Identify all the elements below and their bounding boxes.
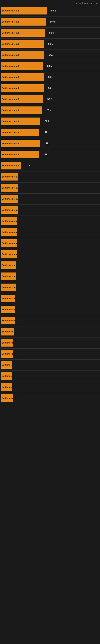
bar-label: Bottleneck result [1,231,19,233]
bar: Bottleneck res [1,394,13,402]
bar-label: Bottleneck result [1,220,19,222]
bar-label: Bottleneck result [1,264,19,266]
table-row: Bottleneck result52. [0,138,100,149]
table-row: Bottleneck re [0,382,100,392]
bar-wrapper: Bottleneck result54.5 [1,29,45,37]
bar-label: Bottleneck result [1,142,19,145]
table-row: Bottleneck res [0,393,100,403]
bar-value: 51. [44,153,48,156]
bar-wrapper: Bottleneck resul [1,328,14,336]
bar-label: Bottleneck re [1,342,16,344]
table-row: Bottleneck result [0,271,100,282]
table-row: Bottleneck result [0,238,100,248]
bar-wrapper: Bottleneck result [1,184,18,192]
bar: Bottleneck result [1,84,44,92]
site-header: TheBottlenecker.com [0,0,100,6]
bar-wrapper: Bottleneck result [1,306,15,313]
table-row: Bottleneck result54.3 [0,50,100,60]
table-row: Bottleneck re [0,338,100,348]
bar: Bottleneck result [1,195,18,203]
bar-value: 51. [44,131,48,134]
bar-wrapper: Bottleneck res [1,350,13,358]
bar-wrapper: Bottleneck resul [1,295,15,302]
bar-value: 55.2 [51,9,56,12]
table-row: Bottleneck res [0,348,100,359]
table-row: Bottleneck result [0,249,100,260]
bar: Bottleneck re [1,372,12,380]
bar: Bottleneck result [1,317,15,324]
bar-label: Bottleneck result [1,43,19,45]
bar-wrapper: Bottleneck result [1,250,17,258]
table-row: Bottleneck re [0,371,100,381]
bar-label: Bottleneck result [1,98,19,100]
bar: Bottleneck result [1,250,17,258]
bar-value: 53.4 [47,109,51,112]
bar-wrapper: Bottleneck result [1,173,18,180]
bar-wrapper: Bottleneck res [1,394,13,402]
bar-label: Bottleneck result [1,54,19,56]
bar: Bottleneck re [1,383,12,391]
table-row: Bottleneck result54.1 [0,72,100,82]
table-row: Bottleneck result53.4 [0,105,100,116]
bar: Bottleneck re [1,361,12,369]
bar-label: Bottleneck result [1,209,19,211]
bar: Bottleneck result [1,73,44,81]
bar: Bottleneck result [1,106,42,114]
bar-label: Bottleneck result [1,87,19,89]
bar: Bottleneck result [1,206,18,214]
bar-label: Bottleneck result [1,65,19,67]
bar-wrapper: Bottleneck result [1,206,18,214]
bar-wrapper: Bottleneck result4 [1,162,21,170]
bar-wrapper: Bottleneck result55% [1,18,46,26]
bar-value: 53.7 [48,98,52,100]
bar-wrapper: Bottleneck result [1,262,16,269]
bar-value: 54.3 [49,54,53,56]
bar-label: Bottleneck res [1,352,17,355]
bar-label: Bottleneck result [1,242,19,244]
bar-label: Bottleneck re [1,386,16,388]
table-row: Bottleneck result4 [0,160,100,171]
bar: Bottleneck result [1,239,17,247]
bar: Bottleneck result [1,184,18,192]
bar-wrapper: Bottleneck re [1,361,12,369]
bar: Bottleneck result [1,51,44,59]
bar-label: Bottleneck result [1,10,19,12]
bar: Bottleneck result [1,140,40,147]
bar-label: Bottleneck result [1,253,19,256]
table-row: Bottleneck re [0,360,100,370]
bar: Bottleneck result [1,272,16,280]
bar: Bottleneck re [1,339,13,346]
bar: Bottleneck result [1,173,18,180]
table-row: Bottleneck result [0,172,100,182]
bar-label: Bottleneck result [1,164,19,167]
bar-label: Bottleneck result [1,120,19,122]
bar-label: Bottleneck result [1,176,19,178]
bar: Bottleneck result [1,7,47,14]
bar: Bottleneck result [1,40,44,48]
bar-wrapper: Bottleneck result53.6 [1,62,43,70]
bar-label: Bottleneck result [1,131,19,134]
bar-label: Bottleneck result [1,186,19,189]
table-row: Bottleneck result55% [0,16,100,27]
bar-wrapper: Bottleneck result [1,272,16,280]
bar-wrapper: Bottleneck result [1,317,15,324]
table-row: Bottleneck result [0,205,100,215]
table-row: Bottleneck result55.2 [0,6,100,16]
bar-wrapper: Bottleneck result54.3 [1,51,44,59]
table-row: Bottleneck result [0,216,100,226]
bar-wrapper: Bottleneck result53.4 [1,106,42,114]
table-row: Bottleneck result54.1 [0,83,100,94]
bar: Bottleneck res [1,350,13,358]
table-row: Bottleneck result [0,194,100,204]
bar: Bottleneck result [1,118,40,125]
bar-wrapper: Bottleneck result54.1 [1,84,44,92]
table-row: Bottleneck result52.2 [0,116,100,126]
bar-value: 54.5 [49,32,54,34]
bar-label: Bottleneck resul [1,297,19,300]
bar-value: 52.2 [45,120,50,123]
bar-value: 52. [46,142,49,145]
bar: Bottleneck result [1,262,16,269]
bar-label: Bottleneck result [1,76,19,78]
bar-wrapper: Bottleneck result53.7 [1,96,43,103]
bar-wrapper: Bottleneck result [1,195,18,203]
